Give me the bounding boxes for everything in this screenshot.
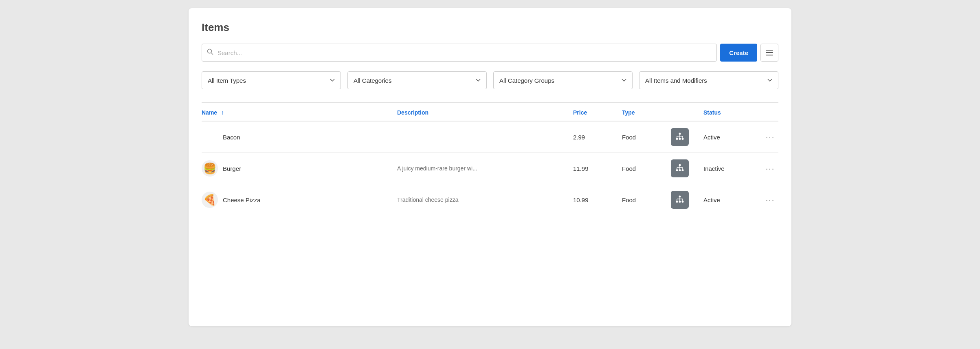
item-price: 2.99 bbox=[573, 134, 622, 141]
filters-row: All Item Types All Categories All Catego… bbox=[202, 71, 778, 89]
svg-line-1 bbox=[211, 53, 213, 55]
item-type: Food bbox=[622, 134, 671, 141]
filter-category-groups[interactable]: All Category Groups bbox=[493, 71, 633, 89]
table-header: Name ↑ Description Price Type Status bbox=[202, 103, 778, 121]
table-row: 🍔 Burger A juicy medium-rare burger wi..… bbox=[202, 153, 778, 184]
toolbar: Create bbox=[202, 44, 778, 62]
item-description: A juicy medium-rare burger wi... bbox=[397, 165, 573, 172]
svg-point-13 bbox=[682, 138, 684, 140]
filter-items-modifiers[interactable]: All Items and Modifiers bbox=[639, 71, 778, 89]
svg-point-22 bbox=[682, 169, 684, 171]
item-status: Inactive bbox=[703, 165, 762, 172]
svg-point-11 bbox=[676, 138, 678, 140]
item-more-button[interactable]: ··· bbox=[762, 164, 778, 173]
item-name: Cheese Pizza bbox=[223, 197, 261, 203]
filter-categories[interactable]: All Categories bbox=[347, 71, 487, 89]
col-description[interactable]: Description bbox=[397, 109, 573, 116]
search-icon bbox=[207, 49, 213, 57]
col-status[interactable]: Status bbox=[703, 109, 762, 116]
col-price[interactable]: Price bbox=[573, 109, 622, 116]
item-tree-button[interactable] bbox=[671, 128, 689, 146]
page-title: Items bbox=[202, 21, 778, 34]
table-row: Bacon 2.99 Food bbox=[202, 121, 778, 153]
search-input[interactable] bbox=[218, 49, 712, 56]
svg-rect-4 bbox=[766, 55, 773, 55]
menu-button[interactable] bbox=[760, 44, 778, 62]
main-container: Items Create All Item Types Al bbox=[189, 8, 791, 326]
svg-point-20 bbox=[676, 169, 678, 171]
svg-point-14 bbox=[679, 164, 681, 166]
col-name[interactable]: Name ↑ bbox=[202, 109, 397, 116]
item-name-cell: Bacon bbox=[202, 129, 397, 145]
svg-point-21 bbox=[679, 169, 681, 171]
svg-point-31 bbox=[682, 201, 684, 203]
svg-point-23 bbox=[679, 196, 681, 198]
item-status: Active bbox=[703, 134, 762, 141]
table-row: 🍕 Cheese Pizza Traditional cheese pizza … bbox=[202, 184, 778, 215]
svg-point-12 bbox=[679, 138, 681, 140]
svg-point-5 bbox=[679, 133, 681, 135]
search-wrapper bbox=[202, 44, 717, 62]
item-description: Traditional cheese pizza bbox=[397, 197, 573, 203]
item-thumbnail-placeholder bbox=[202, 129, 218, 145]
item-type: Food bbox=[622, 165, 671, 172]
item-more-button[interactable]: ··· bbox=[762, 133, 778, 142]
item-name-cell: 🍔 Burger bbox=[202, 160, 397, 177]
item-name: Burger bbox=[223, 165, 241, 172]
item-tree-cell bbox=[671, 128, 703, 146]
filter-item-types[interactable]: All Item Types bbox=[202, 71, 341, 89]
create-button[interactable]: Create bbox=[720, 44, 757, 62]
item-name-cell: 🍕 Cheese Pizza bbox=[202, 192, 397, 208]
item-tree-cell bbox=[671, 191, 703, 209]
item-status: Active bbox=[703, 197, 762, 203]
item-price: 11.99 bbox=[573, 165, 622, 172]
item-thumbnail: 🍕 bbox=[202, 192, 218, 208]
svg-rect-3 bbox=[766, 52, 773, 53]
item-tree-button[interactable] bbox=[671, 159, 689, 177]
item-tree-cell bbox=[671, 159, 703, 177]
table-body: Bacon 2.99 Food bbox=[202, 121, 778, 215]
item-tree-button[interactable] bbox=[671, 191, 689, 209]
svg-point-30 bbox=[679, 201, 681, 203]
svg-rect-2 bbox=[766, 50, 773, 51]
item-price: 10.99 bbox=[573, 197, 622, 203]
sort-arrow-icon: ↑ bbox=[221, 109, 224, 116]
item-name: Bacon bbox=[223, 134, 240, 141]
svg-point-29 bbox=[676, 201, 678, 203]
item-thumbnail: 🍔 bbox=[202, 160, 218, 177]
item-more-button[interactable]: ··· bbox=[762, 195, 778, 205]
col-type[interactable]: Type bbox=[622, 109, 671, 116]
item-type: Food bbox=[622, 197, 671, 203]
